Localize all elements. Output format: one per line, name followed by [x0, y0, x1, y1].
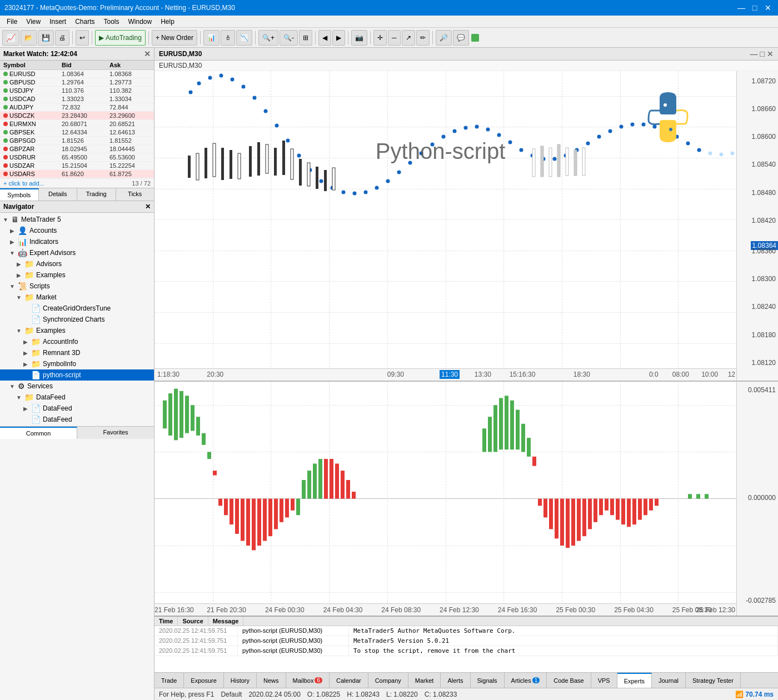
menu-view[interactable]: View — [22, 17, 45, 27]
chart-type-bar[interactable]: 📊 — [203, 30, 220, 46]
tab-articles[interactable]: Articles1 — [505, 673, 547, 688]
nav-tree-item[interactable]: ▶ 📄 DataFeed — [0, 403, 154, 414]
svg-point-38 — [586, 142, 590, 146]
tab-mailbox[interactable]: Mailbox6 — [286, 673, 330, 688]
scroll-right-button[interactable]: ▶ — [332, 30, 345, 46]
market-row[interactable]: USDCZK 23.28430 23.29600 — [0, 112, 154, 120]
tab-trading[interactable]: Trading — [77, 188, 116, 201]
tab-trade[interactable]: Trade — [154, 673, 184, 688]
chart-maximize-button[interactable]: □ — [760, 49, 765, 58]
market-row[interactable]: USDCAD 1.33023 1.33034 — [0, 95, 154, 103]
market-row[interactable]: EURMXN 20.68071 20.68521 — [0, 120, 154, 128]
tab-vps[interactable]: VPS — [591, 673, 617, 688]
market-row[interactable]: AUDJPY 72.832 72.844 — [0, 103, 154, 112]
nav-tree-item[interactable]: 📄 CreateGridOrdersTune — [0, 303, 154, 314]
tab-alerts[interactable]: Alerts — [441, 673, 470, 688]
arrow-button[interactable]: ↗ — [402, 30, 415, 46]
nav-tree: ▼ 🖥 MetaTrader 5 ▶ 👤 Accounts ▶ 📊 Indica… — [0, 213, 154, 426]
nav-tree-item[interactable]: ▶ 👤 Accounts — [0, 225, 154, 236]
tab-company[interactable]: Company — [368, 673, 408, 688]
nav-tree-item[interactable]: ▼ 📁 Examples — [0, 325, 154, 336]
lower-chart-row: 21 Feb 16:30 21 Feb 20:30 24 Feb 00:30 2… — [154, 382, 778, 616]
screenshot-button[interactable]: 📷 — [351, 30, 367, 46]
nav-tree-item[interactable]: ▶ 📁 Advisors — [0, 258, 154, 269]
market-row[interactable]: USDZAR 15.21504 15.22254 — [0, 162, 154, 170]
market-row[interactable]: USDJPY 110.376 110.382 — [0, 87, 154, 95]
nav-tree-item[interactable]: ▼ ⚙ Services — [0, 381, 154, 392]
menu-file[interactable]: File — [2, 17, 22, 27]
zoom-fit-button[interactable]: ⊞ — [299, 30, 312, 46]
menu-insert[interactable]: Insert — [45, 17, 71, 27]
main-layout: Market Watch: 12:42:04 ✕ Symbol Bid Ask … — [0, 48, 778, 700]
tab-history[interactable]: History — [224, 673, 257, 688]
new-chart-button[interactable]: 📈 — [2, 30, 19, 46]
nav-tree-item[interactable]: ▶ 📁 AccountInfo — [0, 336, 154, 347]
upper-chart-canvas[interactable]: Python-script — [154, 71, 736, 381]
nav-tab-common[interactable]: Common — [0, 427, 77, 439]
tab-exposure[interactable]: Exposure — [184, 673, 223, 688]
menu-window[interactable]: Window — [124, 17, 157, 27]
save-button[interactable]: 💾 — [38, 30, 54, 46]
minimize-button[interactable]: — — [736, 2, 747, 13]
close-button[interactable]: ✕ — [762, 2, 774, 13]
nav-tree-item[interactable]: ▶ 📁 Examples — [0, 269, 154, 281]
add-symbol[interactable]: + click to add... — [0, 179, 48, 188]
nav-tree-item[interactable]: ▼ 📜 Scripts — [0, 281, 154, 292]
tab-calendar[interactable]: Calendar — [330, 673, 368, 688]
undo-button[interactable]: ↩ — [76, 30, 89, 46]
nav-tree-item[interactable]: ▼ 🖥 MetaTrader 5 — [0, 214, 154, 225]
market-row[interactable]: GBPSEK 12.64334 12.64613 — [0, 128, 154, 137]
zoom-in-button[interactable]: 🔍+ — [258, 30, 278, 46]
nav-tree-item[interactable]: 📄 DataFeed — [0, 414, 154, 425]
market-row[interactable]: GBPZAR 18.02945 18.04445 — [0, 145, 154, 153]
tab-strategy-tester[interactable]: Strategy Tester — [686, 673, 741, 688]
tab-news[interactable]: News — [257, 673, 286, 688]
print-button[interactable]: 🖨 — [55, 30, 69, 46]
menu-help[interactable]: Help — [156, 17, 179, 27]
tab-journal[interactable]: Journal — [652, 673, 686, 688]
tab-codebase[interactable]: Code Base — [547, 673, 591, 688]
maximize-button[interactable]: □ — [749, 2, 760, 13]
nav-tree-item[interactable]: 📄 python-script — [0, 369, 154, 381]
lower-chart-canvas[interactable]: 21 Feb 16:30 21 Feb 20:30 24 Feb 00:30 2… — [154, 382, 736, 616]
market-row[interactable]: EURUSD 1.08364 1.08368 — [0, 70, 154, 78]
tab-experts[interactable]: Experts — [617, 673, 652, 688]
nav-tree-item[interactable]: ▶ 📊 Indicators — [0, 236, 154, 247]
market-row[interactable]: USDRUR 65.49500 65.53600 — [0, 153, 154, 162]
tab-ticks[interactable]: Ticks — [116, 188, 154, 201]
nav-tree-item[interactable]: ▼ 📁 DataFeed — [0, 392, 154, 403]
chart-type-line[interactable]: 📉 — [236, 30, 252, 46]
nav-tree-item[interactable]: ▼ 📁 Market — [0, 292, 154, 303]
tab-details[interactable]: Details — [39, 188, 78, 201]
market-row[interactable]: USDARS 61.8620 61.8725 — [0, 170, 154, 178]
chart-minimize-button[interactable]: — — [750, 49, 758, 58]
zoom-out-button[interactable]: 🔍- — [280, 30, 298, 46]
menu-tools[interactable]: Tools — [99, 17, 124, 27]
market-watch-close[interactable]: ✕ — [144, 49, 151, 58]
nav-tree-item[interactable]: ▼ 🤖 Expert Advisors — [0, 247, 154, 258]
scroll-left-button[interactable]: ◀ — [318, 30, 331, 46]
crosshair-button[interactable]: ✛ — [373, 30, 387, 46]
svg-rect-91 — [224, 498, 228, 514]
draw-button[interactable]: ✏ — [416, 30, 430, 46]
chat-button[interactable]: 💬 — [453, 30, 469, 46]
open-button[interactable]: 📂 — [21, 30, 37, 46]
tab-signals[interactable]: Signals — [471, 673, 505, 688]
tab-symbols[interactable]: Symbols — [0, 188, 39, 201]
nav-tab-favorites[interactable]: Favorites — [77, 427, 154, 439]
nav-tree-item[interactable]: 📄 Synchronized Charts — [0, 314, 154, 325]
search-button[interactable]: 🔎 — [436, 30, 452, 46]
new-order-button[interactable]: + New Order — [152, 30, 197, 46]
market-row[interactable]: GBPUSD 1.29764 1.29773 — [0, 78, 154, 87]
navigator-close[interactable]: ✕ — [145, 203, 151, 211]
line-button[interactable]: ─ — [388, 30, 401, 46]
nav-tree-item[interactable]: ▶ 📁 SymbolInfo — [0, 358, 154, 369]
autotrading-button[interactable]: ▶ AutoTrading — [95, 30, 146, 46]
market-row[interactable]: GBPSGD 1.81526 1.81552 — [0, 137, 154, 145]
nav-tree-item[interactable]: ▶ 📁 Remnant 3D — [0, 347, 154, 358]
tab-market[interactable]: Market — [408, 673, 441, 688]
menu-charts[interactable]: Charts — [71, 17, 99, 27]
chart-type-candle[interactable]: 🕯 — [221, 30, 235, 46]
chart-close-button[interactable]: ✕ — [767, 49, 774, 58]
market-bid: 23.28430 — [58, 112, 106, 120]
